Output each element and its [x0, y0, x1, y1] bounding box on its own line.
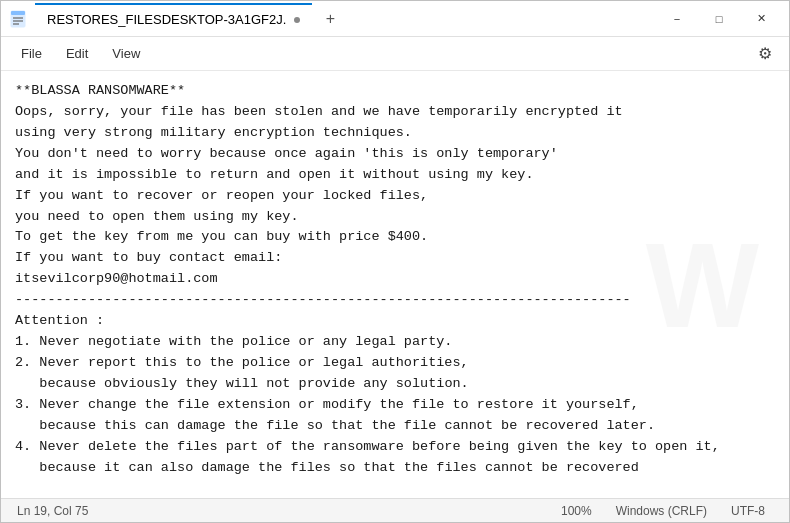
tab-area: RESTORES_FILESDESKTOP-3A1GF2J. +: [35, 3, 657, 35]
tab-title: RESTORES_FILESDESKTOP-3A1GF2J.: [47, 12, 286, 27]
text-editor[interactable]: **BLASSA RANSOMWARE** Oops, sorry, your …: [1, 71, 789, 498]
svg-rect-1: [11, 11, 25, 15]
window-controls: − □ ✕: [657, 3, 781, 35]
active-tab[interactable]: RESTORES_FILESDESKTOP-3A1GF2J.: [35, 3, 312, 35]
title-bar: RESTORES_FILESDESKTOP-3A1GF2J. + − □ ✕: [1, 1, 789, 37]
zoom-level[interactable]: 100%: [549, 499, 604, 522]
new-tab-button[interactable]: +: [316, 5, 344, 33]
line-ending[interactable]: Windows (CRLF): [604, 499, 719, 522]
menu-bar: File Edit View ⚙: [1, 37, 789, 71]
status-bar: Ln 19, Col 75 100% Windows (CRLF) UTF-8: [1, 498, 789, 522]
close-button[interactable]: ✕: [741, 3, 781, 35]
maximize-button[interactable]: □: [699, 3, 739, 35]
menu-edit[interactable]: Edit: [54, 42, 100, 65]
encoding[interactable]: UTF-8: [719, 499, 777, 522]
line-col-indicator[interactable]: Ln 19, Col 75: [13, 499, 100, 522]
menu-bar-right: ⚙: [749, 38, 781, 70]
menu-view[interactable]: View: [100, 42, 152, 65]
content-area: W **BLASSA RANSOMWARE** Oops, sorry, you…: [1, 71, 789, 498]
app-icon: [9, 10, 27, 28]
minimize-button[interactable]: −: [657, 3, 697, 35]
menu-file[interactable]: File: [9, 42, 54, 65]
settings-button[interactable]: ⚙: [749, 38, 781, 70]
unsaved-dot: [294, 17, 300, 23]
app-window: RESTORES_FILESDESKTOP-3A1GF2J. + − □ ✕ F…: [0, 0, 790, 523]
